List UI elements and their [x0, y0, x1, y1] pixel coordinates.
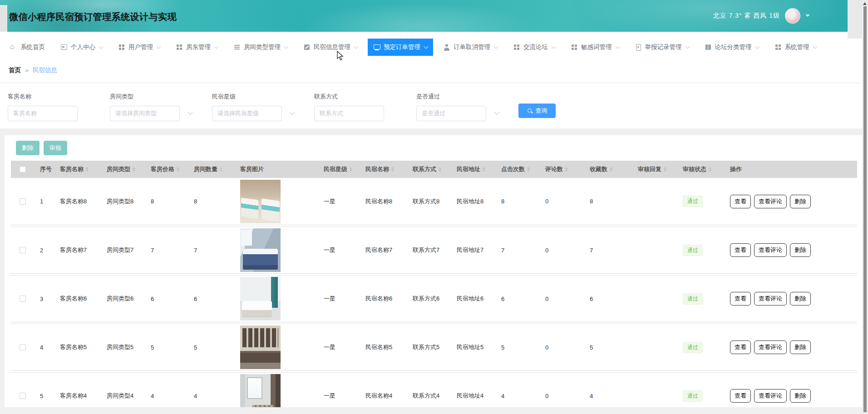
delete-button[interactable]: 删除	[16, 141, 39, 155]
nav-item-homestay-info[interactable]: 民宿信息管理	[298, 39, 363, 56]
avatar-dropdown-caret-icon[interactable]	[805, 15, 810, 19]
sort-caret-icon[interactable]	[133, 166, 135, 173]
nav-item-users[interactable]: 用户管理	[113, 39, 166, 56]
nav-item-label: 系统首页	[20, 43, 45, 51]
nav-item-sensitive-words[interactable]: 敏感词管理	[565, 39, 625, 56]
sort-caret-icon[interactable]	[391, 166, 394, 173]
photo-twin-beds[interactable]	[240, 180, 281, 223]
view-comments-button[interactable]: 查看评论	[754, 243, 787, 257]
audit-button[interactable]: 审核	[44, 141, 67, 155]
scrollbar-thumb[interactable]	[863, 6, 867, 412]
avatar[interactable]	[785, 8, 800, 24]
nav-item-label: 订单取消管理	[454, 43, 490, 51]
room-qty-cell: 5	[194, 344, 240, 351]
star-cell: 一星	[324, 246, 365, 254]
select-all-checkbox[interactable]	[20, 166, 26, 172]
status-badge: 通过	[683, 245, 703, 256]
homestay-cell: 民宿名称8	[365, 197, 413, 206]
room-name-input[interactable]: 客房名称	[8, 106, 78, 121]
clicks-cell: 7	[501, 247, 545, 254]
sort-caret-icon[interactable]	[439, 166, 441, 173]
view-comments-button[interactable]: 查看评论	[754, 292, 787, 306]
nav-item-forum[interactable]: 交流论坛	[508, 39, 561, 56]
col-comments: 评论数	[545, 165, 590, 173]
comments-cell: 0	[545, 296, 590, 302]
contact-input[interactable]: 联系方式	[314, 106, 384, 121]
chevron-down-icon	[755, 44, 760, 49]
nav-item-room-types[interactable]: 房间类型管理	[228, 39, 293, 56]
breadcrumb-current[interactable]: 民宿信息	[33, 66, 57, 74]
view-button[interactable]: 查看	[730, 389, 751, 403]
row-actions: 查看查看评论删除	[730, 340, 857, 354]
address-cell: 民宿地址5	[457, 343, 501, 351]
nav-item-order-cancel[interactable]: 订单取消管理	[438, 39, 503, 56]
sort-caret-icon[interactable]	[610, 166, 612, 173]
nav-item-landlords[interactable]: 房东管理	[170, 39, 223, 56]
nav-item-home[interactable]: 系统首页	[5, 39, 50, 56]
star-cell: 一星	[324, 392, 365, 400]
nav-item-system[interactable]: 系统管理	[769, 39, 822, 56]
photo-blue-duvet-bed[interactable]	[240, 228, 281, 272]
clicks-cell: 6	[501, 296, 545, 302]
delete-button[interactable]: 删除	[790, 292, 811, 306]
delete-button[interactable]: 删除	[790, 195, 811, 208]
favorites-cell: 4	[590, 393, 638, 399]
col-audit-reply: 审核回复	[638, 165, 683, 173]
sort-caret-icon[interactable]	[177, 166, 179, 173]
sort-caret-icon[interactable]	[220, 166, 222, 173]
row-index: 1	[40, 198, 60, 205]
row-index: 3	[40, 296, 60, 302]
chevron-down-icon	[99, 44, 104, 49]
view-button[interactable]: 查看	[730, 195, 751, 208]
nav-item-booking-orders[interactable]: 预定订单管理	[368, 39, 433, 56]
sort-caret-icon[interactable]	[664, 166, 666, 173]
photo-bright-window-room[interactable]	[240, 374, 281, 407]
view-comments-button[interactable]: 查看评论	[754, 340, 787, 354]
row-checkbox[interactable]	[20, 296, 26, 302]
chevron-down-icon	[214, 44, 219, 49]
app-header: 微信小程序民宿预订管理系统设计与实现 北京 7.3° 雾 西风 1级	[0, 0, 868, 32]
delete-button[interactable]: 删除	[790, 243, 811, 257]
view-button[interactable]: 查看	[730, 340, 751, 354]
row-checkbox[interactable]	[20, 344, 26, 350]
column-label: 客房名称	[60, 165, 84, 173]
view-button[interactable]: 查看	[730, 243, 751, 257]
sort-caret-icon[interactable]	[527, 166, 530, 173]
nav-item-report-records[interactable]: 举报记录管理	[629, 39, 695, 56]
search-button[interactable]: 查询	[518, 104, 556, 118]
row-checkbox[interactable]	[20, 247, 26, 253]
nav-item-profile[interactable]: 个人中心	[55, 39, 108, 56]
row-index: 5	[40, 393, 60, 399]
chevron-down-icon	[157, 44, 161, 49]
row-checkbox[interactable]	[20, 198, 26, 205]
home-icon	[10, 44, 17, 51]
row-index: 2	[40, 247, 60, 254]
sort-caret-icon[interactable]	[350, 166, 352, 173]
sort-caret-icon[interactable]	[709, 166, 711, 173]
nav-item-label: 用户管理	[128, 43, 153, 51]
room-type-select[interactable]: 请选择房间类型	[110, 106, 180, 121]
delete-button[interactable]: 删除	[790, 340, 811, 354]
row-checkbox[interactable]	[20, 393, 26, 399]
user-icon	[443, 44, 450, 51]
photo-gallery-wall-bed[interactable]	[240, 325, 281, 369]
scrollbar[interactable]	[862, 0, 868, 414]
breadcrumb-home[interactable]: 首页	[9, 66, 21, 74]
nav-item-forum-categories[interactable]: 论坛分类管理	[699, 39, 764, 56]
sort-caret-icon[interactable]	[483, 166, 485, 173]
view-comments-button[interactable]: 查看评论	[754, 195, 787, 208]
comments-cell: 0	[545, 344, 590, 351]
star-select[interactable]: 请选择民宿星级	[212, 106, 282, 121]
view-comments-button[interactable]: 查看评论	[754, 389, 787, 403]
column-label: 民宿星级	[324, 165, 347, 173]
passed-select[interactable]: 是否通过	[416, 106, 486, 121]
sort-caret-icon[interactable]	[86, 166, 89, 173]
view-button[interactable]: 查看	[730, 292, 751, 306]
chevron-down-icon	[494, 44, 498, 49]
delete-button[interactable]: 删除	[790, 389, 811, 403]
scroll-up-arrow-icon[interactable]	[863, 0, 867, 5]
sort-caret-icon[interactable]	[565, 166, 568, 173]
chevron-down-icon	[615, 44, 620, 49]
photo-white-bed-teal-curtain[interactable]	[240, 277, 281, 320]
col-room-type: 房间类型	[107, 165, 151, 173]
